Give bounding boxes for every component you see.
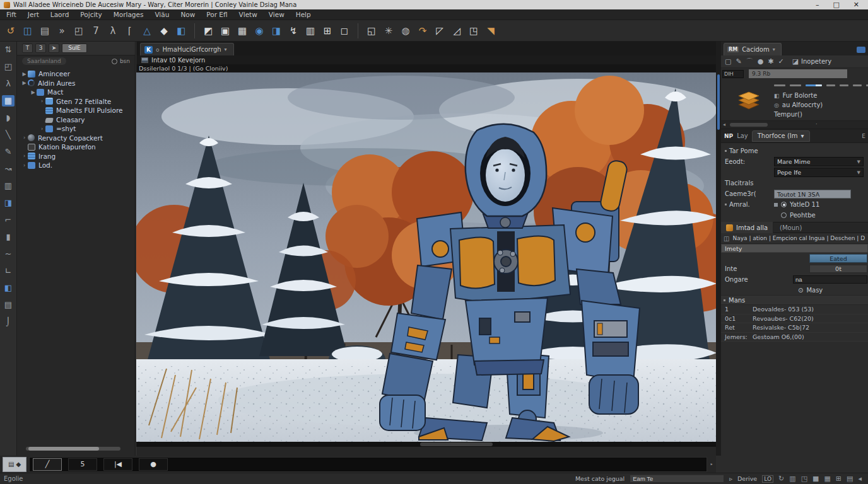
archive-icon[interactable]: ◰ xyxy=(2,61,15,72)
chart-icon[interactable]: ◳ xyxy=(468,21,479,40)
check-icon[interactable]: ✓ xyxy=(778,57,783,66)
columns-icon[interactable]: ▥ xyxy=(2,180,15,192)
asterisk-icon[interactable]: ✳ xyxy=(383,21,394,40)
rewind-button[interactable]: |◀ xyxy=(103,458,132,471)
material-boxes-icon[interactable] xyxy=(735,88,763,112)
mans-section-header[interactable]: Mans xyxy=(721,295,868,305)
pepe-ife-dropdown[interactable]: Pepe Ife▼ xyxy=(774,168,864,177)
folder-icon[interactable]: ▤ xyxy=(847,475,853,483)
wrench-icon[interactable]: ◥ xyxy=(485,21,496,40)
outliner-hscrollbar[interactable] xyxy=(26,447,120,451)
outliner-tool-3[interactable]: 3 xyxy=(35,43,46,53)
undo-icon[interactable]: ↺ xyxy=(5,21,16,40)
tree-item[interactable]: Mahelts FUl Pulsiore xyxy=(17,106,135,115)
ot-button[interactable]: 0t xyxy=(809,265,867,273)
windows-icon[interactable]: ⊞ xyxy=(836,475,842,483)
tools-icon[interactable]: λ xyxy=(2,78,15,89)
material-line[interactable]: Tempur() xyxy=(774,111,802,118)
dot-icon[interactable]: ● xyxy=(758,57,764,66)
scrollbar-thumb[interactable] xyxy=(730,123,768,127)
menu-item-jert[interactable]: Jert xyxy=(28,11,39,18)
radio-peohtbe[interactable] xyxy=(781,212,787,218)
table-row[interactable]: 1 Deovaldes- 053 (53) xyxy=(721,305,868,314)
sync-icon[interactable]: ↻ xyxy=(778,475,784,483)
timeline-track[interactable]: ╱ 5 |◀ ● xyxy=(29,457,707,472)
grid-icon[interactable]: ⊞ xyxy=(322,21,333,40)
menu-item-morlages[interactable]: Morlages xyxy=(114,11,144,18)
lay-label[interactable]: Lay xyxy=(737,132,748,139)
panel-divider[interactable] xyxy=(716,42,721,456)
notebook-icon[interactable]: ▤ xyxy=(2,299,15,311)
menu-item-vletw[interactable]: Vletw xyxy=(239,11,257,18)
radio2-label[interactable]: Peohtbe xyxy=(790,212,816,219)
gear-icon[interactable]: ✱ xyxy=(768,57,773,66)
loop-button[interactable]: 5 xyxy=(68,458,97,471)
chevron-down-icon[interactable]: ▾ xyxy=(225,47,227,52)
scrollbar-thumb[interactable] xyxy=(28,447,99,451)
flask-icon[interactable]: ◫ xyxy=(22,21,33,40)
bracket-icon[interactable]: ⌈ xyxy=(124,21,136,40)
tree-item[interactable]: Kation Rapurefon xyxy=(17,142,135,152)
table-row[interactable]: Ret Resivalske- C5b|72 xyxy=(721,323,868,333)
expander-icon[interactable]: › xyxy=(21,153,28,159)
menu-item-viau[interactable]: Viäu xyxy=(155,11,169,18)
imety-field[interactable]: Imety xyxy=(721,244,868,253)
expander-icon[interactable]: ▶ xyxy=(21,80,28,86)
tree-item[interactable]: ▶Mact xyxy=(17,88,135,97)
vscrollbar-thumb[interactable] xyxy=(717,74,720,130)
eated-button[interactable]: Eated xyxy=(809,254,867,263)
moun-tab[interactable]: (Moun) xyxy=(773,224,808,231)
tree-item[interactable]: ›=shyt xyxy=(17,124,135,134)
bars-icon[interactable]: ▮ xyxy=(2,231,15,243)
wand-icon[interactable]: ↯ xyxy=(288,21,299,40)
maximize-button[interactable]: □ xyxy=(833,0,839,9)
layers-icon[interactable]: ◨ xyxy=(2,197,15,209)
columns-icon[interactable]: ▥ xyxy=(789,475,795,483)
material-hscrollbar[interactable]: ◂ · xyxy=(721,121,868,129)
value-field[interactable]: 9.3 Rb xyxy=(749,69,847,78)
material-line[interactable]: ◧ Fur Bolorte xyxy=(774,92,817,99)
expander-icon[interactable]: ▶ xyxy=(30,89,37,95)
material-line[interactable]: ◎ au Alfoocrty) xyxy=(774,101,823,108)
close-button[interactable]: ✕ xyxy=(853,0,859,9)
timeline-mode-button[interactable]: ▤ ◆ xyxy=(3,457,26,472)
derive-label[interactable]: Derive xyxy=(737,475,757,482)
pen-icon[interactable]: ✎ xyxy=(736,57,741,66)
select-icon[interactable]: ▢ xyxy=(725,57,731,66)
table-row[interactable]: Jemers: Gestoam O6,(00) xyxy=(721,333,868,342)
walk-icon[interactable]: ◿ xyxy=(451,21,462,40)
scroll-left-icon[interactable]: ◂ xyxy=(723,122,725,127)
ring-icon[interactable] xyxy=(112,59,117,64)
swap-icon[interactable]: ⇅ xyxy=(2,44,15,55)
chevron-down-icon[interactable]: ▾ xyxy=(801,132,804,139)
tree-item[interactable]: ▶Aminceer xyxy=(17,69,135,79)
ramp-icon[interactable]: ◸ xyxy=(434,21,445,40)
lock-icon[interactable]: ◰ xyxy=(73,21,85,40)
radio1-label[interactable]: YatleD 11 xyxy=(790,201,819,208)
outliner-tool-arrow[interactable]: ➤ xyxy=(49,43,59,53)
grid-icon[interactable]: ▦ xyxy=(824,475,830,483)
expander-icon[interactable]: › xyxy=(21,135,28,141)
image-icon[interactable]: ▦ xyxy=(2,95,15,107)
lasso-icon[interactable]: ↝ xyxy=(2,163,15,175)
ruler-icon[interactable]: ⌐ xyxy=(2,214,15,226)
window-icon[interactable]: ▦ xyxy=(237,21,248,40)
menu-item-help[interactable]: Help xyxy=(296,11,311,18)
mare-mime-dropdown[interactable]: Mare Mime▼ xyxy=(774,157,864,166)
viewport-tab[interactable]: K o HmaHuciGrfcorrgh ▾ xyxy=(140,43,234,55)
seven-icon[interactable]: 7 xyxy=(90,21,102,40)
tree-item[interactable]: ▶Aldin Aures xyxy=(17,79,135,88)
padlock-icon[interactable]: ◧ xyxy=(175,21,187,40)
blue-chip-icon[interactable] xyxy=(857,47,865,53)
chevron-down-icon[interactable]: ▾ xyxy=(773,47,775,52)
brush-icon[interactable]: ╲ xyxy=(2,129,15,141)
tree-item[interactable]: Cleasary xyxy=(17,115,135,125)
hook-icon[interactable]: ↷ xyxy=(417,21,428,40)
property-label[interactable]: Inopetery xyxy=(801,58,831,65)
dih-input[interactable] xyxy=(722,70,744,78)
drop-button[interactable]: ● xyxy=(139,458,168,471)
expander-icon[interactable]: › xyxy=(21,163,28,168)
menu-item-view[interactable]: View xyxy=(269,11,284,18)
warning-icon[interactable]: △ xyxy=(141,21,153,40)
masy-row[interactable]: ⊙ Masy xyxy=(721,285,868,295)
